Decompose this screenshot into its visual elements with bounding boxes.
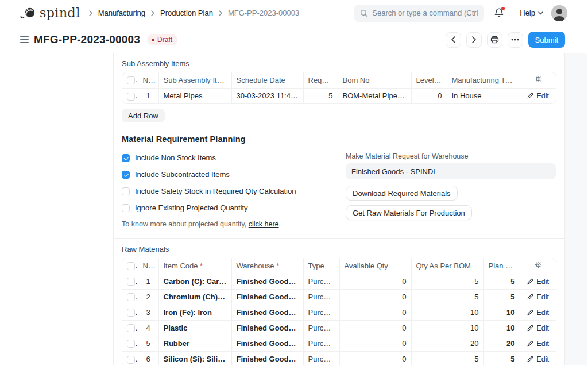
cell-level[interactable]: 0 — [411, 88, 447, 103]
cell-type[interactable]: Purchase — [303, 336, 339, 351]
yarn-ball-icon — [20, 7, 37, 20]
select-all-checkbox[interactable] — [127, 76, 135, 84]
cell-item-code[interactable]: Chromium (Ch): Chrom... — [158, 289, 231, 305]
cell-available-qty[interactable]: 0 — [339, 274, 411, 289]
cell-row-number[interactable]: 4 — [138, 320, 158, 336]
cell-warehouse[interactable]: Finished Goods - SPINDL — [231, 305, 303, 320]
notifications-button[interactable] — [494, 7, 504, 18]
cell-warehouse[interactable]: Finished Goods - SPINDL — [231, 274, 303, 289]
cell-required-qty[interactable]: 5 — [303, 88, 338, 103]
cell-available-qty[interactable]: 0 — [339, 305, 411, 320]
print-button[interactable] — [487, 32, 502, 48]
app-logo[interactable]: spindl — [20, 6, 80, 20]
edit-row-button[interactable]: Edit — [527, 324, 549, 332]
cell-plan-to-request[interactable]: 5 — [483, 351, 520, 365]
mrp-checkbox-row[interactable]: Include Non Stock Items — [122, 153, 346, 162]
cell-qty-as-per-bom[interactable]: 5 — [411, 351, 483, 365]
row-checkbox[interactable] — [127, 340, 135, 348]
cell-qty-as-per-bom[interactable]: 10 — [411, 305, 483, 320]
cell-type[interactable]: Purchase — [303, 320, 339, 336]
download-required-materials-button[interactable]: Download Required Materials — [346, 186, 458, 201]
warehouse-select[interactable]: Finished Goods - SPINDL — [346, 163, 556, 179]
sub-assembly-section-label: Sub Assembly Items — [122, 59, 556, 68]
cell-row-number[interactable]: 1 — [138, 88, 158, 103]
sub-assembly-tbody: 1 Metal Pipes 30-03-2023 11:44:18 5 BOM-… — [122, 88, 556, 103]
edit-row-button[interactable]: Edit — [527, 340, 549, 348]
help-menu[interactable]: Help — [520, 9, 543, 17]
cell-qty-as-per-bom[interactable]: 5 — [411, 289, 483, 305]
sub-assembly-add-row-button[interactable]: Add Row — [122, 109, 165, 122]
checkbox[interactable] — [122, 204, 130, 212]
cell-warehouse[interactable]: Finished Goods - SPINDL — [231, 289, 303, 305]
cell-available-qty[interactable]: 0 — [339, 289, 411, 305]
cell-item-code[interactable]: Iron (Fe): Iron — [158, 305, 231, 320]
cell-plan-to-request[interactable]: 5 — [483, 274, 520, 289]
scroll-gutter[interactable] — [565, 53, 587, 365]
select-all-checkbox[interactable] — [127, 262, 135, 270]
cell-qty-as-per-bom[interactable]: 10 — [411, 320, 483, 336]
edit-row-button[interactable]: Edit — [527, 92, 549, 100]
search-input[interactable] — [372, 9, 478, 17]
row-checkbox[interactable] — [127, 309, 135, 317]
cell-row-number[interactable]: 6 — [138, 351, 158, 365]
cell-item-code[interactable]: Rubber — [158, 336, 231, 351]
cell-available-qty[interactable]: 0 — [339, 320, 411, 336]
edit-row-button[interactable]: Edit — [527, 309, 549, 317]
breadcrumb-item-production-plan[interactable]: Production Plan — [160, 9, 213, 17]
row-checkbox[interactable] — [127, 324, 135, 332]
global-search[interactable] — [354, 5, 484, 22]
avatar[interactable] — [551, 5, 567, 21]
mrp-checkbox-row[interactable]: Ignore Existing Projected Quantity — [122, 203, 346, 212]
cell-plan-to-request[interactable]: 5 — [483, 289, 520, 305]
warehouse-field-label: Make Material Request for Warehouse — [346, 152, 556, 160]
cell-plan-to-request[interactable]: 20 — [483, 336, 520, 351]
mrp-checkbox-row[interactable]: Include Safety Stock in Required Qty Cal… — [122, 187, 346, 195]
cell-warehouse[interactable]: Finished Goods - SPINDL — [231, 336, 303, 351]
cell-available-qty[interactable]: 0 — [339, 336, 411, 351]
cell-qty-as-per-bom[interactable]: 20 — [411, 336, 483, 351]
cell-row-number[interactable]: 5 — [138, 336, 158, 351]
next-document-button[interactable] — [466, 32, 482, 48]
cell-type[interactable]: Purchase — [303, 289, 339, 305]
cell-row-number[interactable]: 1 — [138, 274, 158, 289]
menu-ellipsis-button[interactable] — [508, 32, 523, 48]
cell-item-code[interactable]: Carbon (C): Carbon — [158, 274, 231, 289]
mrp-checkbox-row[interactable]: Include Subcontracted Items — [122, 170, 346, 179]
click-here-link[interactable]: click here — [249, 220, 279, 228]
checkbox[interactable] — [122, 171, 130, 179]
row-checkbox[interactable] — [127, 278, 135, 286]
cell-item-code[interactable]: Silicon (Si): Silicon — [158, 351, 231, 365]
cell-row-number[interactable]: 3 — [138, 305, 158, 320]
edit-row-button[interactable]: Edit — [527, 293, 549, 301]
cell-plan-to-request[interactable]: 10 — [483, 320, 520, 336]
checkbox[interactable] — [122, 187, 130, 195]
breadcrumb-item-manufacturing[interactable]: Manufacturing — [98, 9, 145, 17]
cell-warehouse[interactable]: Finished Goods - SPINDL — [231, 320, 303, 336]
sidebar-toggle-icon[interactable] — [20, 36, 29, 43]
cell-row-number[interactable]: 2 — [138, 289, 158, 305]
row-checkbox[interactable] — [127, 93, 135, 101]
cell-type[interactable]: Purchase — [303, 305, 339, 320]
required-asterisk: * — [276, 262, 279, 270]
edit-row-button[interactable]: Edit — [527, 355, 549, 363]
cell-warehouse[interactable]: Finished Goods - SPINDL — [231, 351, 303, 365]
cell-qty-as-per-bom[interactable]: 5 — [411, 274, 483, 289]
cell-schedule-date[interactable]: 30-03-2023 11:44:18 — [231, 88, 303, 103]
row-checkbox[interactable] — [127, 293, 135, 301]
cell-available-qty[interactable]: 0 — [339, 351, 411, 365]
cell-item-code[interactable]: Plastic — [158, 320, 231, 336]
submit-button[interactable]: Submit — [528, 32, 565, 48]
grid-settings-gear-icon[interactable] — [535, 261, 542, 268]
get-raw-materials-button[interactable]: Get Raw Materials For Production — [346, 205, 472, 220]
cell-plan-to-request[interactable]: 10 — [483, 305, 520, 320]
prev-document-button[interactable] — [446, 32, 461, 48]
cell-item[interactable]: Metal Pipes — [158, 88, 231, 103]
cell-type[interactable]: Purchase — [303, 274, 339, 289]
edit-row-button[interactable]: Edit — [527, 278, 549, 286]
cell-manufacturing-type[interactable]: In House — [447, 88, 520, 103]
checkbox[interactable] — [122, 154, 130, 162]
grid-settings-gear-icon[interactable] — [535, 75, 542, 83]
row-checkbox[interactable] — [127, 356, 135, 364]
cell-bom-no[interactable]: BOM-Metal Pipes-001 — [338, 88, 411, 103]
cell-type[interactable]: Purchase — [303, 351, 339, 365]
